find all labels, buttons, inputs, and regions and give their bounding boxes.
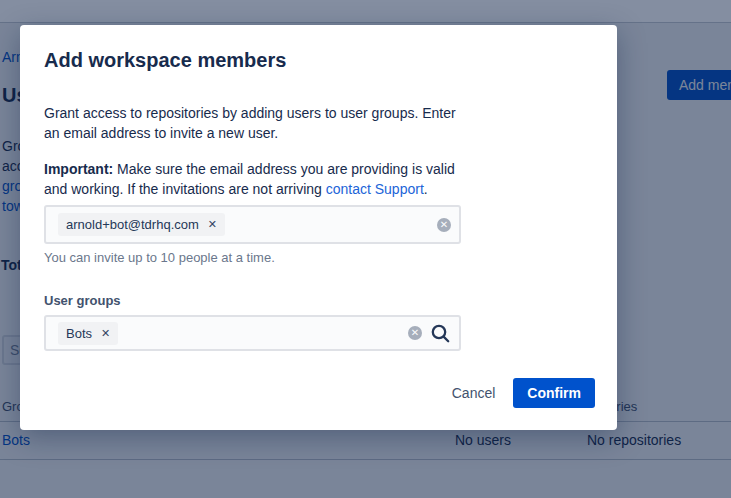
email-chip: arnold+bot@tdrhq.com ✕	[58, 213, 225, 236]
cancel-button[interactable]: Cancel	[440, 379, 508, 407]
remove-email-chip-icon[interactable]: ✕	[208, 219, 217, 230]
email-chip-label: arnold+bot@tdrhq.com	[66, 217, 199, 232]
user-groups-input[interactable]: Bots ✕ ✕	[44, 315, 461, 351]
dialog-description: Grant access to repositories by adding u…	[44, 103, 474, 143]
confirm-button[interactable]: Confirm	[513, 378, 595, 408]
dialog-actions: Cancel Confirm	[440, 378, 595, 408]
search-icon[interactable]	[430, 323, 451, 344]
invite-limit-note: You can invite up to 10 people at a time…	[44, 250, 275, 265]
important-label: Important:	[44, 161, 113, 177]
important-period: .	[424, 181, 428, 197]
dialog-important-note: Important: Make sure the email address y…	[44, 159, 474, 199]
dialog-title: Add workspace members	[44, 46, 286, 74]
top-nav-band	[0, 0, 731, 23]
remove-group-chip-icon[interactable]: ✕	[101, 328, 110, 339]
clear-email-field-icon[interactable]: ✕	[437, 218, 451, 232]
clear-groups-field-icon[interactable]: ✕	[408, 326, 422, 340]
group-chip-label: Bots	[66, 326, 92, 341]
group-chip: Bots ✕	[58, 322, 118, 345]
add-workspace-members-dialog: Add workspace members Grant access to re…	[20, 25, 617, 430]
email-invite-input[interactable]: arnold+bot@tdrhq.com ✕ ✕	[44, 205, 461, 244]
contact-support-link[interactable]: contact Support	[326, 181, 424, 197]
user-groups-label: User groups	[44, 293, 121, 308]
